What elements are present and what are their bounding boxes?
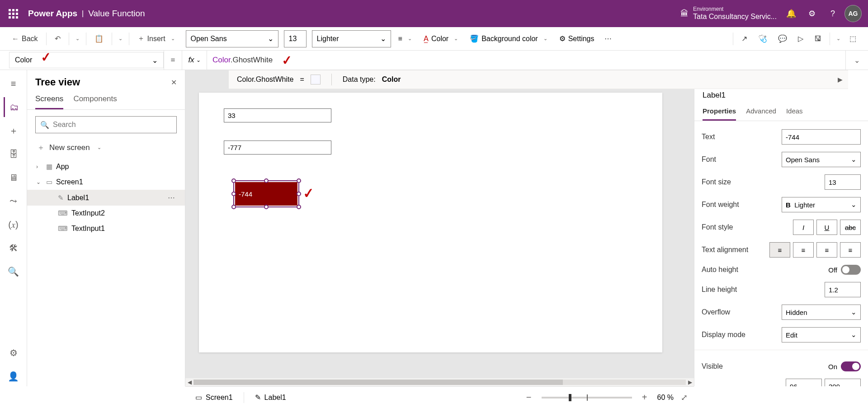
tab-advanced[interactable]: Advanced [746,107,776,121]
canvas-label1[interactable]: -744 [235,182,297,206]
share-button[interactable]: ↗ [737,32,752,46]
horizontal-scrollbar[interactable]: ◀ ▶ [185,378,694,386]
prop-font-select[interactable]: Open Sans⌄ [782,152,861,167]
underline-button[interactable]: U [816,220,837,235]
align-justify-button[interactable]: ≡ [840,242,861,258]
tab-screens[interactable]: Screens [35,94,63,109]
tree-search[interactable]: 🔍 [35,116,177,133]
canvas-screen[interactable]: 33 -777 -744 ✓ [199,93,662,352]
formula-expand[interactable]: ⌄ [845,51,868,70]
publish-button[interactable]: ⬚ [845,32,861,46]
insert-button[interactable]: ＋ Insert ⌄ [133,31,182,46]
undo-button[interactable]: ↶ [50,32,65,46]
more-commands[interactable]: ⋯ [600,32,616,46]
environment-picker[interactable]: 🏛 Environment Tata Consultancy Servic... [680,6,777,21]
save-more[interactable]: ⌄ [834,34,843,43]
rail-insert[interactable]: ＋ [4,121,24,141]
rail-data[interactable]: 🗄 [4,144,24,164]
tree-item-textinput2[interactable]: ⌨ TextInput2 [27,206,185,221]
formula-result: Color.GhostWhite = Data type: Color ▶ [229,70,848,89]
prop-x-input[interactable] [786,379,822,386]
prop-displaymode-select[interactable]: Edit⌄ [782,327,861,342]
tree-item-label: App [56,163,69,171]
prop-text-input[interactable] [782,129,861,145]
canvas-textinput1[interactable]: 33 [224,108,331,122]
prop-fontsize-input[interactable] [825,174,861,190]
environment-label: Environment [693,6,777,13]
rail-variables[interactable]: (𝑥) [4,215,24,234]
tree-item-textinput1[interactable]: ⌨ TextInput1 [27,221,185,236]
paste-icon: 📋 [94,34,104,43]
tree-item-label1[interactable]: ✎ Label1 ⋯ [27,190,185,206]
label-icon: ✎ [58,194,64,202]
rail-tree-view[interactable]: 🗂 [4,97,24,117]
prop-overflow-select[interactable]: Hidden⌄ [782,305,861,320]
app-checker-button[interactable]: 🩺 [754,32,772,46]
formula-input[interactable]: Color.GhostWhite ✓ [207,51,845,70]
prop-fontweight-select[interactable]: B Lighter⌄ [782,197,861,212]
visible-toggle[interactable] [841,361,861,371]
paste-more[interactable]: ⌄ [116,34,125,43]
result-next[interactable]: ▶ [838,76,843,83]
font-family-dropdown[interactable]: Open Sans ⌄ [186,30,278,47]
help-icon[interactable]: ? [824,5,842,23]
align-left-button[interactable]: ≡ [769,242,790,258]
new-screen-label: New screen [49,143,90,152]
scroll-thumb[interactable] [193,380,563,385]
fit-to-window[interactable]: ⤢ [681,393,688,403]
zoom-slider[interactable] [542,397,632,399]
rail-ask-virtual[interactable]: 👤 [4,366,24,386]
property-name: Color [15,56,32,64]
tab-properties[interactable]: Properties [703,107,736,121]
rail-media[interactable]: 🖥 [4,168,24,188]
color-button[interactable]: A̲ Color ⌄ [420,31,464,46]
align-center-button[interactable]: ≡ [793,242,814,258]
search-input[interactable] [53,121,172,129]
rail-settings[interactable]: ⚙ [4,343,24,363]
property-selector[interactable]: Color ⌄ [9,52,164,68]
rail-hamburger[interactable]: ≡ [4,74,24,94]
comments-button[interactable]: 💬 [774,32,792,46]
undo-more[interactable]: ⌄ [73,34,82,43]
zoom-out[interactable]: − [524,392,534,403]
tab-ideas[interactable]: Ideas [786,107,803,121]
close-icon[interactable]: ✕ [171,78,177,87]
tab-components[interactable]: Components [73,94,117,109]
result-name: Color.GhostWhite [237,75,293,84]
avatar[interactable]: AG [844,5,862,22]
rail-search[interactable]: 🔍 [4,262,24,281]
tree-item-app[interactable]: › ▦ App [27,159,185,174]
color-swatch [311,75,321,84]
italic-button[interactable]: I [793,220,814,235]
tree-item-screen1[interactable]: ⌄ ▭ Screen1 [27,174,185,190]
rail-power-automate[interactable]: ⤳ [4,191,24,211]
chevron-right-icon: › [36,164,42,170]
font-size-input[interactable] [284,30,307,47]
paste-button[interactable]: 📋 [90,32,108,46]
back-button[interactable]: ← Back [7,32,42,46]
align-button[interactable]: ≡⌄ [395,31,418,46]
crumb-screen[interactable]: ▭Screen1 [192,391,236,403]
crumb-label[interactable]: ✎Label1 [251,391,290,403]
settings-gear-icon[interactable]: ⚙ [803,5,821,23]
autoheight-toggle[interactable] [841,265,861,275]
align-right-button[interactable]: ≡ [816,242,837,258]
notifications-icon[interactable]: 🔔 [782,5,800,23]
prop-y-input[interactable] [825,379,861,386]
app-launcher[interactable] [6,7,20,20]
play-button[interactable]: ▷ [793,32,808,46]
fx-button[interactable]: fx [182,51,207,70]
scroll-left[interactable]: ◀ [185,379,193,385]
prop-lineheight-input[interactable] [825,282,861,297]
zoom-in[interactable]: + [639,392,650,403]
scroll-right[interactable]: ▶ [686,379,694,385]
settings-button[interactable]: ⚙ Settings [556,32,598,46]
font-weight-dropdown[interactable]: Lighter ⌄ [312,30,391,47]
strike-button[interactable]: abc [840,220,861,235]
ellipsis-icon[interactable]: ⋯ [168,193,179,202]
canvas-textinput2[interactable]: -777 [224,141,331,155]
rail-tools[interactable]: 🛠 [4,238,24,258]
save-button[interactable]: 🖫 [810,32,826,46]
bg-color-button[interactable]: 🪣 Background color ⌄ [466,31,554,46]
new-screen-button[interactable]: ＋ New screen ⌄ [27,138,185,157]
